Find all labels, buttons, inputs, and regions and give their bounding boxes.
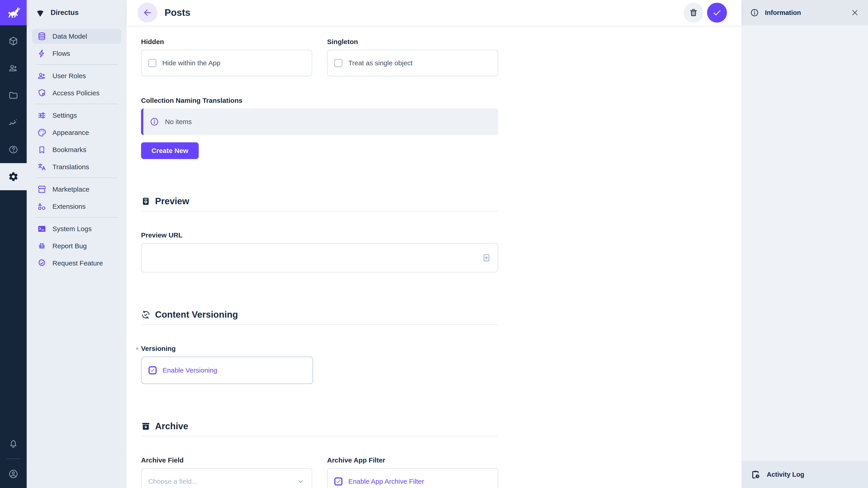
box-icon — [8, 36, 19, 46]
field-archive-field: Archive Field Choose a field... — [141, 456, 312, 488]
database-icon — [37, 32, 46, 41]
field-preview-url: Preview URL — [141, 231, 513, 272]
sidebar-item-label: Request Feature — [53, 259, 103, 267]
module-content[interactable] — [0, 28, 27, 55]
sidebar-item-appearance[interactable]: Appearance — [32, 125, 121, 140]
field-label: Archive App Filter — [327, 456, 498, 464]
settings-form: Hidden Hide within the App Singleton Tre… — [127, 25, 513, 488]
module-bar-divider — [6, 458, 21, 459]
save-button[interactable] — [707, 3, 727, 23]
preview-section-heading: Preview — [141, 196, 498, 206]
enable-app-archive-filter-checkbox[interactable] — [334, 477, 342, 486]
sidebar-item-system-logs[interactable]: System Logs — [32, 221, 121, 236]
sidebar-header: Information — [741, 0, 868, 25]
sidebar-item-label: Translations — [53, 163, 89, 171]
module-bar — [0, 0, 27, 488]
sidebar-item-extensions[interactable]: Extensions — [32, 199, 121, 214]
feature-icon — [37, 258, 46, 268]
module-files[interactable] — [0, 82, 27, 109]
translate-icon — [37, 162, 46, 172]
field-label: Versioning — [141, 345, 513, 352]
create-new-button[interactable]: Create New — [141, 142, 199, 159]
module-list — [0, 25, 27, 190]
sidebar-item-label: Extensions — [53, 203, 86, 210]
add-box-icon[interactable] — [482, 253, 491, 262]
info-icon — [750, 8, 759, 17]
versioning-checkbox-field[interactable]: Enable Versioning — [141, 357, 313, 384]
activity-log-button[interactable]: Activity Log — [741, 461, 868, 488]
delete-button[interactable] — [684, 3, 704, 23]
nav-divider — [35, 177, 118, 178]
sidebar-item-access-policies[interactable]: Access Policies — [32, 86, 121, 101]
preview-url-input[interactable] — [148, 254, 482, 262]
checkbox-check-icon — [336, 479, 341, 484]
edited-indicator — [136, 348, 138, 350]
archive-field-select[interactable]: Choose a field... — [141, 468, 312, 488]
sidebar-item-settings[interactable]: Settings — [32, 108, 121, 123]
bell-icon — [8, 438, 19, 449]
fan-icon — [35, 8, 45, 18]
sidebar-item-label: Report Bug — [53, 242, 87, 250]
singleton-checkbox-field[interactable]: Treat as single object — [327, 50, 498, 76]
insights-icon — [8, 117, 19, 128]
archive-section-heading: Archive — [141, 421, 498, 431]
field-hidden: Hidden Hide within the App — [141, 38, 312, 76]
archive-icon — [141, 422, 151, 431]
sidebar-item-marketplace[interactable]: Marketplace — [32, 182, 121, 197]
section-title: Preview — [155, 196, 189, 206]
treat-as-single-object-checkbox[interactable] — [334, 59, 342, 67]
directus-rabbit-logo[interactable] — [0, 0, 27, 25]
help-icon — [8, 144, 19, 155]
module-insights[interactable] — [0, 109, 27, 136]
page-header: Posts — [127, 0, 741, 25]
sidebar-item-request-feature[interactable]: Request Feature — [32, 256, 121, 271]
sidebar-item-label: System Logs — [53, 225, 92, 233]
field-naming-translations: Collection Naming Translations No items … — [141, 97, 513, 159]
checkbox-label: Hide within the App — [162, 59, 220, 67]
archive-filter-checkbox-field[interactable]: Enable App Archive Filter — [327, 468, 498, 488]
project-header[interactable]: Directus — [27, 0, 127, 25]
back-button[interactable] — [137, 3, 157, 23]
no-items-notice: No items — [141, 108, 498, 135]
sidebar-item-label: Bookmarks — [53, 146, 86, 154]
close-icon[interactable] — [850, 8, 860, 17]
header-actions — [684, 3, 727, 23]
sidebar-item-label: Settings — [53, 111, 77, 119]
project-name: Directus — [51, 8, 79, 17]
checkbox-check-icon — [150, 367, 156, 373]
field-label: Collection Naming Translations — [141, 97, 513, 104]
section-title: Archive — [155, 421, 188, 431]
sidebar-item-label: Marketplace — [53, 186, 89, 193]
nav-list: Data ModelFlowsUser RolesAccess Policies… — [27, 25, 127, 271]
module-account[interactable] — [0, 460, 27, 488]
gear-icon — [8, 171, 19, 182]
sidebar-item-bookmarks[interactable]: Bookmarks — [32, 142, 121, 157]
terminal-icon — [37, 224, 46, 234]
rabbit-icon — [6, 5, 21, 20]
preview-url-field — [141, 243, 498, 272]
page-title: Posts — [164, 7, 190, 18]
sidebar-item-flows[interactable]: Flows — [32, 46, 121, 61]
hidden-checkbox-field[interactable]: Hide within the App — [141, 50, 312, 76]
sidebar-item-label: Data Model — [53, 33, 87, 40]
module-notifications[interactable] — [0, 430, 27, 457]
versions-icon — [141, 310, 151, 320]
nav-divider — [35, 64, 118, 65]
enable-versioning-checkbox[interactable] — [149, 366, 157, 375]
module-settings[interactable] — [0, 163, 27, 190]
module-users[interactable] — [0, 55, 27, 82]
sidebar-item-label: Access Policies — [53, 89, 99, 97]
sidebar-item-data-model[interactable]: Data Model — [32, 29, 121, 44]
select-placeholder: Choose a field... — [148, 478, 197, 485]
module-help[interactable] — [0, 136, 27, 163]
field-label: Singleton — [327, 38, 498, 46]
extensions-icon — [37, 202, 46, 211]
tune-icon — [37, 111, 46, 120]
section-title: Content Versioning — [155, 310, 238, 320]
sidebar-item-user-roles[interactable]: User Roles — [32, 68, 121, 84]
sidebar-item-report-bug[interactable]: Report Bug — [32, 238, 121, 254]
sidebar-item-translations[interactable]: Translations — [32, 160, 121, 174]
field-singleton: Singleton Treat as single object — [327, 38, 498, 76]
field-label: Archive Field — [141, 456, 312, 464]
hide-within-app-checkbox[interactable] — [148, 59, 156, 67]
